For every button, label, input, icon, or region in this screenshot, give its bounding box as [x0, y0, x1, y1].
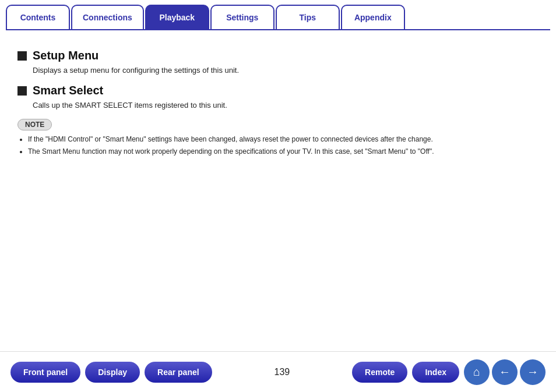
smart-select-heading: Smart Select: [33, 84, 103, 97]
home-button[interactable]: ⌂: [464, 359, 490, 385]
page-number: 139: [275, 367, 290, 377]
section-icon: [17, 51, 27, 61]
note-item-2: The Smart Menu function may not work pro…: [28, 146, 539, 157]
rear-panel-button[interactable]: Rear panel: [145, 362, 212, 383]
bottom-nav-bar: Front panel Display Rear panel 139 Remot…: [0, 351, 556, 392]
smart-select-desc: Calls up the SMART SELECT items register…: [33, 101, 539, 110]
section-icon-2: [17, 86, 27, 96]
section-setup-menu-title: Setup Menu: [17, 49, 539, 62]
tab-tips[interactable]: Tips: [276, 5, 340, 29]
tab-appendix[interactable]: Appendix: [341, 5, 405, 29]
tab-connections[interactable]: Connections: [71, 5, 144, 29]
bottom-center-group: 139: [270, 367, 295, 377]
remote-button[interactable]: Remote: [352, 362, 407, 383]
front-panel-button[interactable]: Front panel: [10, 362, 80, 383]
display-button[interactable]: Display: [85, 362, 140, 383]
index-button[interactable]: Index: [412, 362, 459, 383]
note-box: NOTE If the "HDMI Control" or "Smart Men…: [17, 119, 539, 157]
tab-settings[interactable]: Settings: [210, 5, 275, 29]
tab-contents[interactable]: Contents: [6, 5, 70, 29]
note-label: NOTE: [17, 119, 52, 130]
bottom-right-group: Remote Index ⌂ ← →: [352, 359, 546, 385]
setup-menu-heading: Setup Menu: [33, 49, 98, 62]
tab-bar: ContentsConnectionsPlaybackSettingsTipsA…: [6, 5, 550, 30]
tab-playback[interactable]: Playback: [145, 5, 209, 29]
setup-menu-desc: Displays a setup menu for configuring th…: [33, 66, 539, 75]
icon-group: ⌂ ← →: [464, 359, 546, 385]
note-list: If the "HDMI Control" or "Smart Menu" se…: [28, 134, 539, 157]
main-content: Setup Menu Displays a setup menu for con…: [0, 30, 556, 169]
back-button[interactable]: ←: [492, 359, 518, 385]
forward-button[interactable]: →: [520, 359, 546, 385]
section-smart-select-title: Smart Select: [17, 84, 539, 97]
note-item-1: If the "HDMI Control" or "Smart Menu" se…: [28, 134, 539, 145]
bottom-left-group: Front panel Display Rear panel: [10, 362, 212, 383]
